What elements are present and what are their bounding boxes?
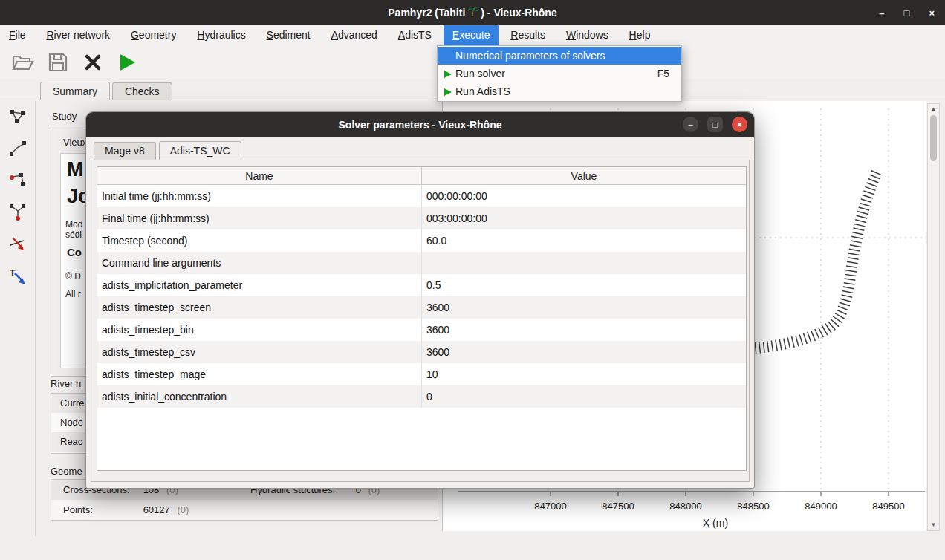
scrollbar-up-arrow-icon[interactable]: ▲ [928,105,939,114]
window-title-prefix: Pamhyr2 (Tahiti [388,7,465,19]
dialog-titlebar: Solver parameters - Vieux-Rhône – □ × [86,112,754,137]
table-row[interactable]: Final time (jj:hh:mm:ss) 003:00:00:00 [97,207,746,229]
menu-option-run-adists[interactable]: Run AdisTS [438,82,681,100]
t-blue-arrow-icon: T [8,267,27,286]
scrollbar-thumb[interactable] [930,115,937,161]
param-name-cell[interactable]: adists_timestep_screen [97,296,422,319]
study-desc-2: sédi [65,229,82,240]
menu-file[interactable]: File [0,25,35,45]
shortcut-f5: F5 [657,68,681,79]
param-name-cell[interactable]: adists_initial_concentration [97,385,422,408]
x-tick-847000: 847000 [525,501,577,512]
param-value-cell[interactable]: 003:00:00:00 [422,207,746,229]
tab-summary[interactable]: Summary [40,82,110,100]
menu-hydraulics[interactable]: Hydraulics [188,25,254,45]
param-value-cell[interactable]: 60.0 [422,229,746,252]
network-graph-icon [8,107,27,126]
x-tick-849000: 849000 [795,501,847,512]
run-button[interactable] [114,48,142,76]
param-name-cell[interactable]: adists_timestep_bin [97,319,422,341]
menu-windows[interactable]: Windows [557,25,617,45]
menu-option-label: Run solver [455,68,505,79]
param-value-cell[interactable]: 3600 [422,296,746,319]
menubar: File River network Geometry Hydraulics S… [0,25,945,45]
tool-network-button[interactable] [5,104,30,129]
menu-river-network[interactable]: River network [37,25,119,45]
window-controls: – □ × [879,0,935,25]
dialog-tab-mage-v8[interactable]: Mage v8 [94,142,156,160]
dialog-close-button[interactable]: × [732,117,747,132]
study-group-label: Study [52,111,77,122]
menu-option-run-solver[interactable]: Run solver F5 [438,65,681,82]
svg-text:T: T [10,267,16,279]
menu-option-numerical-parameters[interactable]: Numerical parameters of solvers [438,47,681,65]
table-row[interactable]: adists_implicitation_parameter 0.5 [97,274,746,296]
param-name-cell[interactable]: adists_implicitation_parameter [97,274,422,296]
execute-menu: Numerical parameters of solvers Run solv… [437,45,682,102]
study-desc-1: Mod [65,219,82,229]
param-value-cell[interactable]: 0 [422,385,746,408]
tool-timeseries-button[interactable]: T [5,264,30,289]
param-value-cell[interactable] [422,252,746,274]
vertical-scrollbar[interactable]: ▲ ▼ [927,103,940,531]
tool-branch-button[interactable] [5,200,30,225]
menu-geometry[interactable]: Geometry [122,25,185,45]
save-button[interactable] [44,48,72,76]
x-tick-849500: 849500 [863,501,915,512]
header-value[interactable]: Value [422,167,746,184]
param-name-cell[interactable]: adists_timestep_mage [97,363,422,385]
table-row[interactable]: adists_timestep_screen 3600 [97,296,746,319]
table-row[interactable]: Timestep (second) 60.0 [97,229,746,252]
tool-profile-button[interactable] [5,136,30,161]
param-value-cell[interactable]: 3600 [422,341,746,363]
tab-checks[interactable]: Checks [112,82,172,100]
minimize-button[interactable]: – [879,7,884,19]
param-value-cell[interactable]: 0.5 [422,274,746,296]
menu-advanced[interactable]: Advanced [322,25,386,45]
table-row[interactable]: Command line arguments [97,252,746,274]
table-row[interactable]: adists_initial_concentration 0 [97,385,746,408]
dialog-tabbar: Mage v8 Adis-TS_WC [94,141,244,160]
dialog-title: Solver parameters - Vieux-Rhône [339,119,502,131]
table-row[interactable]: adists_timestep_csv 3600 [97,341,746,363]
menu-help[interactable]: Help [620,25,660,45]
param-name-cell[interactable]: Timestep (second) [97,229,422,252]
param-name-cell[interactable]: Initial time (jj:hh:mm:ss) [97,185,422,207]
scrollbar-down-arrow-icon[interactable]: ▼ [928,521,939,530]
close-button[interactable]: × [929,7,935,19]
menu-sediment[interactable]: Sediment [258,25,319,45]
left-tool-column: T [0,101,36,536]
param-value-cell[interactable]: 3600 [422,319,746,341]
dialog-tab-pane: Name Value Initial time (jj:hh:mm:ss) 00… [91,160,750,482]
dialog-minimize-button[interactable]: – [683,117,698,132]
study-rights: All r [65,289,81,299]
main-tabbar: Summary Checks [40,82,175,100]
param-name-cell[interactable]: Final time (jj:hh:mm:ss) [97,207,422,229]
maximize-button[interactable]: □ [904,7,910,19]
menu-adists[interactable]: AdisTS [389,25,441,45]
table-row[interactable]: adists_timestep_mage 10 [97,363,746,385]
param-name-cell[interactable]: adists_timestep_csv [97,341,422,363]
dialog-maximize-button[interactable]: □ [707,117,723,132]
menu-results[interactable]: Results [501,25,554,45]
parameters-table: Name Value Initial time (jj:hh:mm:ss) 00… [97,166,747,471]
play-icon [444,69,452,81]
menu-execute[interactable]: Execute [444,25,499,45]
run-play-icon [119,53,137,72]
param-name-cell[interactable]: Command line arguments [97,252,422,274]
x-tick-848000: 848000 [660,501,712,512]
dialog-tab-adis-ts-wc[interactable]: Adis-TS_WC [159,141,241,160]
x-axis-label: X (m) [678,517,753,529]
slope-red-arrow-icon [8,235,27,254]
solver-parameters-dialog: Solver parameters - Vieux-Rhône – □ × Ma… [85,111,755,489]
tool-nodes-button[interactable] [5,168,30,193]
param-value-cell[interactable]: 000:00:00:00 [422,185,746,207]
river-cross-sections-curve [743,172,877,349]
open-button[interactable] [9,48,37,76]
close-study-button[interactable] [79,48,107,76]
header-name[interactable]: Name [97,167,422,184]
table-row[interactable]: Initial time (jj:hh:mm:ss) 000:00:00:00 [97,185,746,207]
param-value-cell[interactable]: 10 [422,363,746,385]
tool-slope-button[interactable] [5,232,30,257]
table-row[interactable]: adists_timestep_bin 3600 [97,319,746,341]
